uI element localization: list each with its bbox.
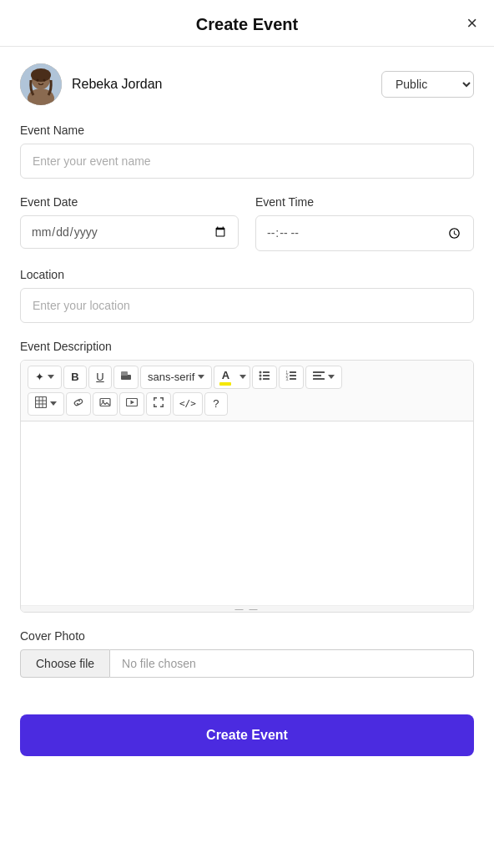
table-icon [35,396,47,411]
svg-rect-19 [290,378,296,380]
user-name: Rebeka Jordan [72,77,163,92]
magic-chevron-icon [48,375,54,379]
fullscreen-button[interactable] [146,392,171,416]
ordered-list-button[interactable]: 1. 2. 3. [279,366,304,389]
event-name-input[interactable] [20,144,474,179]
modal-header: Create Event × [0,0,494,47]
font-color-letter: A [222,369,229,381]
location-input[interactable] [20,288,474,323]
editor-toolbar: ✦ B U [21,361,473,421]
toolbar-row-1: ✦ B U [28,366,466,389]
date-time-row: Event Date Event Time [20,195,474,251]
svg-text:3.: 3. [286,377,290,381]
event-time-label: Event Time [255,195,474,209]
table-chevron-icon [50,401,57,406]
location-group: Location [20,268,474,323]
image-button[interactable] [93,392,118,416]
editor-wrapper: ✦ B U [20,360,474,613]
modal-title: Create Event [196,15,298,34]
svg-rect-28 [100,399,110,406]
cover-photo-label: Cover Photo [20,629,474,643]
unordered-list-button[interactable] [252,366,277,389]
unordered-list-icon [259,370,270,384]
event-name-group: Event Name [20,124,474,179]
magic-dropdown-btn[interactable]: ✦ [28,366,62,389]
event-name-label: Event Name [20,124,474,137]
ordered-list-icon: 1. 2. 3. [285,370,297,384]
svg-point-8 [260,371,262,374]
create-event-button[interactable]: Create Event [20,714,474,756]
underline-label: U [96,371,103,383]
svg-rect-21 [313,375,321,376]
resize-dots: — — [235,604,260,613]
image-icon [99,396,111,411]
font-color-group: A [214,366,250,389]
font-family-dropdown[interactable]: sans-serif [140,366,212,389]
table-dropdown[interactable] [28,392,64,416]
svg-rect-17 [290,375,296,376]
svg-point-3 [31,68,51,82]
event-time-input[interactable] [255,215,474,251]
align-dropdown[interactable] [305,366,342,389]
location-label: Location [20,268,474,281]
embed-button[interactable] [119,392,144,416]
svg-point-29 [102,400,103,401]
cover-photo-group: Cover Photo Choose file No file chosen [20,629,474,678]
event-date-label: Event Date [20,195,239,209]
user-row: Rebeka Jordan Public Private Friends [20,63,474,105]
description-label: Event Description [20,340,474,353]
eraser-button[interactable] [113,366,139,389]
modal-body: Rebeka Jordan Public Private Friends Eve… [0,47,494,714]
fullscreen-icon [153,396,164,411]
svg-rect-15 [290,371,296,373]
modal-container: Create Event × [0,0,494,868]
help-button[interactable]: ? [204,392,228,416]
svg-rect-13 [263,378,270,380]
event-date-input[interactable] [20,215,239,249]
toolbar-row-2: </> ? [28,392,466,416]
eraser-icon [120,370,132,384]
font-color-dropdown[interactable] [236,366,250,389]
file-name-display: No file chosen [110,649,474,678]
svg-marker-31 [131,401,135,405]
align-chevron-icon [328,375,335,379]
event-time-group: Event Time [255,195,474,251]
bold-button[interactable]: B [63,366,87,389]
visibility-select[interactable]: Public Private Friends [381,71,474,98]
font-color-bar [219,382,231,386]
font-color-chevron-icon [239,375,246,379]
align-icon [313,370,325,384]
svg-rect-7 [121,371,128,376]
editor-resize-handle[interactable]: — — [21,605,473,612]
font-color-button[interactable]: A [214,366,236,389]
svg-rect-20 [313,371,325,373]
editor-content[interactable] [21,421,473,605]
choose-file-button[interactable]: Choose file [20,649,110,678]
link-icon [73,396,84,411]
svg-rect-9 [263,371,270,373]
file-input-wrapper: Choose file No file chosen [20,649,474,678]
svg-rect-11 [263,375,270,376]
event-date-group: Event Date [20,195,239,251]
svg-point-5 [43,79,46,82]
link-button[interactable] [66,392,91,416]
embed-icon [126,396,138,411]
close-button[interactable]: × [466,14,477,33]
choose-file-label: Choose file [36,657,94,670]
svg-point-10 [260,375,262,377]
avatar [20,63,62,105]
svg-point-12 [260,378,262,381]
underline-button[interactable]: U [88,366,112,389]
magic-icon: ✦ [35,371,44,383]
svg-point-4 [37,79,39,82]
svg-rect-22 [313,378,325,380]
svg-rect-23 [36,397,47,408]
code-button[interactable]: </> [173,392,203,416]
description-group: Event Description ✦ B U [20,340,474,613]
user-info: Rebeka Jordan [20,63,163,105]
font-family-label: sans-serif [148,371,194,383]
font-family-chevron-icon [198,375,204,379]
